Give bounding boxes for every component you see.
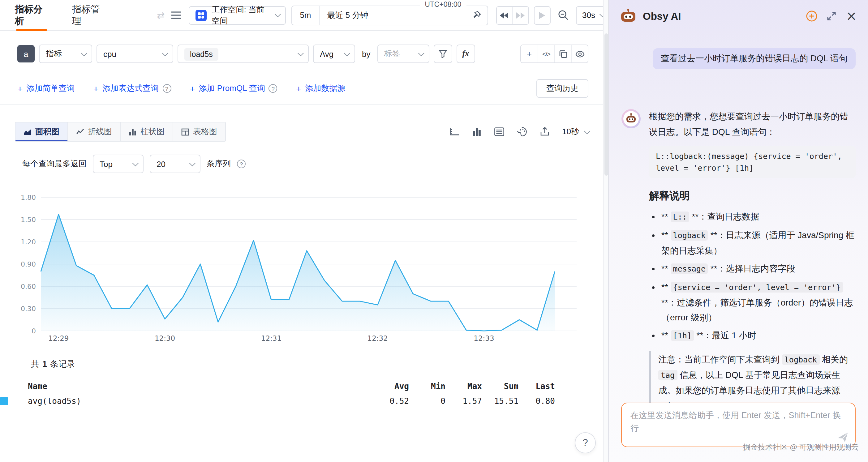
- sync-icon[interactable]: ⇄: [155, 9, 166, 21]
- chart-type-toolbar: 面积图 折线图 柱状图 表格图: [15, 122, 588, 142]
- view-code-button[interactable]: </>: [538, 45, 554, 63]
- palette-icon[interactable]: [517, 127, 527, 137]
- ai-header-icons: ×: [806, 9, 857, 23]
- tab-area-chart[interactable]: 面积图: [16, 123, 68, 141]
- svg-text:0: 0: [32, 327, 36, 335]
- help-icon[interactable]: ?: [269, 84, 277, 93]
- svg-text:12:33: 12:33: [474, 334, 494, 342]
- plus-icon: +: [17, 84, 23, 93]
- col-sum: Sum: [482, 381, 519, 391]
- svg-text:12:31: 12:31: [261, 334, 281, 342]
- query-type-select[interactable]: 指标: [39, 44, 92, 63]
- assistant-message-body: 根据您的需求，您想要查询过去一小时订单服务的错误日志。以下是 DQL 查询语句：…: [649, 109, 856, 415]
- series-count-select[interactable]: 20: [150, 155, 200, 173]
- step-forward-button[interactable]: [512, 6, 528, 24]
- send-icon[interactable]: [836, 431, 849, 443]
- chevron-down-icon: [162, 50, 168, 56]
- inline-text: 相关的: [819, 354, 848, 364]
- time-range-short[interactable]: 5m: [292, 6, 319, 25]
- plus-icon: +: [190, 84, 195, 93]
- add-query-button[interactable]: +: [521, 45, 538, 63]
- play-button[interactable]: [534, 6, 551, 25]
- chevron-down-icon: [418, 50, 424, 56]
- legend-icon[interactable]: [494, 127, 504, 136]
- tab-metrics-management[interactable]: 指标管理: [72, 0, 106, 31]
- zoom-out-icon[interactable]: [558, 10, 568, 21]
- add-simple-query-link[interactable]: +添加简单查询: [17, 83, 75, 94]
- field-select[interactable]: load5s: [178, 44, 309, 63]
- chat-input[interactable]: [630, 409, 846, 441]
- pin-icon[interactable]: [472, 10, 481, 20]
- tab-line-chart[interactable]: 折线图: [68, 123, 121, 141]
- inline-text: **：过滤条件，筛选订单服务（order）的错误日志（error 级别）: [661, 297, 853, 322]
- axis-settings-icon[interactable]: [449, 127, 459, 136]
- svg-text:1.50: 1.50: [21, 216, 36, 224]
- series-max: 1.57: [445, 396, 482, 405]
- summary-header-row: Name Avg Min Max Sum Last: [0, 378, 608, 393]
- line-chart-icon: [76, 128, 84, 136]
- workspace-select[interactable]: 工作空间: 当前空间: [189, 6, 286, 25]
- export-icon[interactable]: [540, 127, 549, 137]
- step-back-button[interactable]: [496, 6, 512, 24]
- svg-text:1.80: 1.80: [21, 194, 36, 201]
- inline-text: **: [661, 330, 671, 340]
- new-chat-icon[interactable]: [806, 10, 817, 22]
- robot-icon: [620, 9, 637, 24]
- metric-select[interactable]: cpu: [96, 44, 173, 63]
- tab-metrics-analysis-label: 指标分析: [15, 3, 49, 27]
- inline-code: [1h]: [671, 330, 694, 341]
- add-promql-query-link[interactable]: +添加 PromQL 查询?: [190, 83, 277, 94]
- time-step-group: [496, 6, 529, 25]
- chat-input-box[interactable]: [621, 403, 856, 447]
- time-range-control[interactable]: UTC+08:00 5m 最近 5 分钟: [291, 5, 488, 25]
- summary-data-row[interactable]: avg(load5s) 0.52 0 1.57 15.51 0.80: [0, 393, 608, 408]
- inline-code: tag: [658, 370, 677, 381]
- explanation-item: ** [1h] **：最近 1 小时: [661, 328, 856, 343]
- explanation-item: ** logback **：日志来源（适用于 Java/Spring 框架的日志…: [661, 228, 856, 258]
- tab-metrics-management-label: 指标管理: [72, 3, 106, 27]
- chevron-down-icon: [298, 50, 304, 56]
- tab-metrics-analysis[interactable]: 指标分析: [15, 0, 49, 31]
- plus-icon: +: [93, 84, 99, 93]
- note-text: 注意：当前工作空间下未查询到 logback 相关的 tag 信息，以上 DQL…: [658, 354, 848, 411]
- chart-style-icon[interactable]: [472, 127, 481, 136]
- query-actions-group: + </>: [520, 44, 588, 63]
- record-count-value: 1: [42, 359, 47, 369]
- query-history-button[interactable]: 查询历史: [536, 79, 588, 98]
- time-range-label[interactable]: 最近 5 分钟: [320, 9, 472, 21]
- assistant-intro: 根据您的需求，您想要查询过去一小时订单服务的错误日志。以下是 DQL 查询语句：: [649, 109, 856, 140]
- tab-bar-chart[interactable]: 柱状图: [121, 123, 173, 141]
- add-datasource-link[interactable]: +添加数据源: [296, 83, 345, 94]
- inline-text: 注意：当前工作空间下未查询到: [658, 354, 782, 364]
- close-icon[interactable]: ×: [846, 9, 857, 23]
- inline-code: message: [671, 263, 708, 274]
- group-by-select[interactable]: 标签: [377, 44, 429, 63]
- col-last: Last: [519, 381, 555, 391]
- explanation-item: ** L:: **：查询日志数据: [661, 209, 856, 225]
- top-bottom-select[interactable]: Top: [93, 155, 144, 173]
- scrollbar[interactable]: [603, 0, 608, 462]
- menu-icon[interactable]: [170, 9, 181, 21]
- chevron-down-icon: [344, 50, 350, 56]
- help-icon[interactable]: ?: [162, 84, 171, 93]
- help-button[interactable]: ?: [575, 432, 596, 453]
- help-icon[interactable]: ?: [237, 160, 246, 168]
- add-expression-query-link[interactable]: +添加表达式查询?: [93, 83, 172, 94]
- dql-code-block[interactable]: L::logback:(message) {service = 'order',…: [649, 146, 856, 178]
- col-avg: Avg: [372, 381, 409, 391]
- tab-table-chart[interactable]: 表格图: [173, 123, 225, 141]
- series-avg: 0.52: [372, 396, 409, 405]
- duplicate-query-button[interactable]: [554, 45, 571, 63]
- series-min: 0: [409, 396, 445, 405]
- ai-panel-header: Obsy AI ×: [609, 0, 868, 32]
- preview-eye-button[interactable]: [571, 45, 588, 63]
- aggregation-select[interactable]: Avg: [313, 44, 355, 63]
- explanation-item: ** message **：选择日志内容字段: [661, 261, 856, 276]
- scrollbar-thumb[interactable]: [604, 33, 608, 176]
- filter-button[interactable]: [433, 44, 452, 63]
- metrics-panel: 指标分析 指标管理 ⇄ 工作空间: 当前空间 UTC+08:00 5m 最近 5…: [0, 0, 608, 462]
- fx-function-button[interactable]: fx: [456, 44, 475, 63]
- expand-icon[interactable]: [827, 11, 837, 21]
- chart-refresh-interval-select[interactable]: 10秒: [562, 126, 588, 137]
- chevron-down-icon: [81, 50, 87, 56]
